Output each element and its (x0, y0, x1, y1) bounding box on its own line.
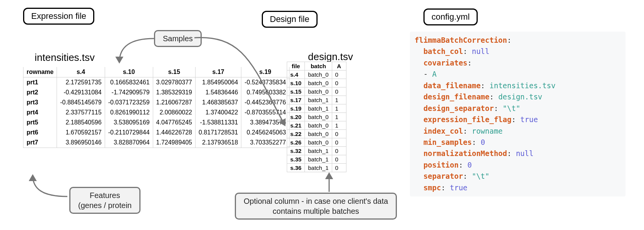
design-batch-cell: batch_0 (305, 121, 332, 130)
design-file-cell: s.10 (287, 79, 305, 87)
expr-value-cell: -0.8703555714 (241, 107, 289, 118)
design-a-cell: 0 (332, 79, 346, 87)
design-batch-cell: batch_0 (305, 71, 332, 79)
design-table-wrapper: file batch A s.4batch_00s.10batch_00s.15… (287, 62, 346, 172)
design-a-cell: 0 (332, 164, 346, 172)
expr-value-cell: 1.854950064 (196, 77, 241, 88)
yaml-block: flimmaBatchCorrection: batch_col: null c… (410, 32, 626, 196)
table-row: s.22batch_00 (287, 130, 346, 138)
yaml-index-col: rowname (472, 127, 503, 135)
table-row: prt3-0.8845145679-0.03717232591.21606728… (23, 97, 289, 107)
design-file-cell: s.19 (287, 104, 305, 113)
design-batch-cell: batch_0 (305, 130, 332, 138)
yaml-design-separator: "\t" (503, 104, 520, 112)
expression-table: rownames.4s.10s.15s.17s.19 prt12.1725917… (23, 67, 289, 148)
design-a-cell: 0 (332, 130, 346, 138)
table-row: s.35batch_10 (287, 155, 346, 164)
table-row: prt12.1725917350.16658324613.0297803771.… (23, 77, 289, 88)
design-batch-cell: batch_0 (305, 79, 332, 87)
yaml-expr-flag: true (520, 115, 538, 124)
design-batch-cell: batch_0 (305, 138, 332, 147)
expr-value-cell: 1.54836446 (196, 87, 241, 97)
table-row: s.10batch_00 (287, 79, 346, 87)
design-a-cell: 1 (332, 121, 346, 130)
optional-line1: Optional column - in case one client's d… (244, 197, 388, 205)
expr-rowname-cell: prt6 (23, 128, 57, 138)
design-a-cell: 0 (332, 155, 346, 164)
design-file-cell: s.26 (287, 138, 305, 147)
expr-value-cell: 2.188540596 (57, 118, 105, 128)
expr-value-cell: 1.724989405 (153, 138, 195, 148)
design-batch-cell: batch_1 (305, 96, 332, 104)
yaml-design-filename: design.tsv (498, 92, 542, 101)
expr-value-cell: -1.538811331 (196, 118, 241, 128)
yaml-covariates-item: A (432, 70, 437, 78)
yaml-data-filename: intensities.tsv (490, 81, 556, 90)
yaml-smpc: true (450, 183, 468, 192)
design-batch-cell: batch_1 (305, 147, 332, 155)
expr-value-cell: 2.00860022 (153, 107, 195, 118)
samples-label: Samples (154, 30, 202, 47)
design-col-a: A (332, 62, 346, 71)
expr-value-cell: 0.7495603382 (241, 87, 289, 97)
expr-col-header: s.19 (241, 67, 289, 77)
table-row: s.19batch_11 (287, 104, 346, 113)
table-row: prt73.8969501463.8288709641.7249894052.1… (23, 138, 289, 148)
table-row: s.20batch_01 (287, 113, 346, 121)
yaml-covariates-key: covariates (423, 59, 467, 67)
expr-value-cell: 3.389473576 (241, 118, 289, 128)
design-file-badge: Design file (262, 11, 318, 28)
table-row: prt52.1885405963.5380951694.047765245-1.… (23, 118, 289, 128)
expr-value-cell: 3.703352277 (241, 138, 289, 148)
design-file-cell: s.15 (287, 87, 305, 96)
design-file-cell: s.35 (287, 155, 305, 164)
expr-value-cell: 1.468385637 (196, 97, 241, 107)
expr-value-cell: -1.742909579 (105, 87, 153, 97)
expression-table-wrapper: rownames.4s.10s.15s.17s.19 prt12.1725917… (23, 65, 289, 148)
expr-value-cell: -0.2110729844 (105, 128, 153, 138)
expr-col-header: s.15 (153, 67, 195, 77)
expr-value-cell: 1.446226728 (153, 128, 195, 138)
yaml-position: 0 (467, 161, 472, 169)
expr-value-cell: -0.8845145679 (57, 97, 105, 107)
design-batch-cell: batch_1 (305, 164, 332, 172)
expr-rowname-cell: prt2 (23, 87, 57, 97)
design-filename: design.tsv (308, 51, 353, 63)
features-line1: Features (90, 191, 120, 200)
arrow-features-to-rows (33, 175, 67, 196)
table-row: prt42.3375771150.82619901122.008600221.3… (23, 107, 289, 118)
expr-value-cell: 2.337577115 (57, 107, 105, 118)
expr-value-cell: 0.2456245063 (241, 128, 289, 138)
expr-value-cell: 2.172591735 (57, 77, 105, 88)
expr-value-cell: 3.538095169 (105, 118, 153, 128)
expr-value-cell: 1.216067287 (153, 97, 195, 107)
design-a-cell: 0 (332, 147, 346, 155)
expr-col-header: s.17 (196, 67, 241, 77)
design-file-cell: s.20 (287, 113, 305, 121)
expr-value-cell: -0.4452363776 (241, 97, 289, 107)
table-row: s.32batch_10 (287, 147, 346, 155)
yaml-separator: "\t" (472, 172, 490, 180)
expr-col-header: rowname (23, 67, 57, 77)
design-file-cell: s.17 (287, 96, 305, 104)
design-col-batch: batch (305, 62, 332, 71)
features-line2: (genes / protein (78, 201, 132, 210)
table-row: s.15batch_00 (287, 87, 346, 96)
expr-value-cell: -0.0371723259 (105, 97, 153, 107)
design-file-cell: s.36 (287, 164, 305, 172)
design-a-cell: 0 (332, 138, 346, 147)
design-file-cell: s.4 (287, 71, 305, 79)
table-row: s.4batch_00 (287, 71, 346, 79)
design-a-cell: 1 (332, 113, 346, 121)
expr-value-cell: 0.8171728531 (196, 128, 241, 138)
config-badge: config.yml (423, 8, 478, 25)
expr-col-header: s.4 (57, 67, 105, 77)
arrow-samples-to-expr (119, 39, 154, 62)
table-row: s.26batch_00 (287, 138, 346, 147)
design-file-cell: s.22 (287, 130, 305, 138)
design-batch-cell: batch_0 (305, 87, 332, 96)
features-label: Features (genes / protein (69, 187, 141, 214)
expr-rowname-cell: prt7 (23, 138, 57, 148)
design-a-cell: 0 (332, 87, 346, 96)
expr-rowname-cell: prt4 (23, 107, 57, 118)
